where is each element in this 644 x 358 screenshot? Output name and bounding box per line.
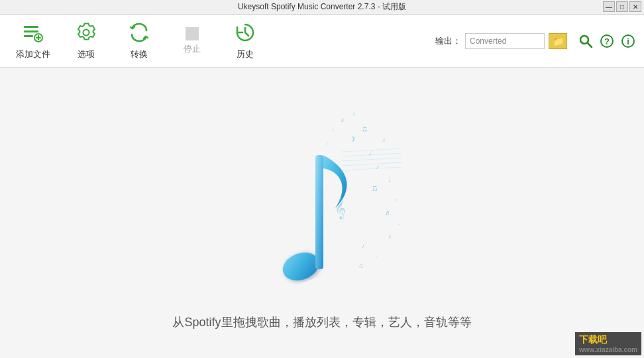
svg-text:♪: ♪: [341, 115, 345, 123]
svg-line-36: [342, 167, 402, 170]
toolbar: 添加文件 选项 转换 停止: [0, 15, 644, 68]
search-button[interactable]: [576, 32, 595, 50]
music-note-svg: ♪ ♩ ♫ ♬ ♪ ♩ ♫ ♪ ♬ ♩ ♪ ♩ ♪ ♫ ♬ ♪ ♩ ♫: [229, 95, 415, 301]
svg-text:𝄞: 𝄞: [334, 197, 347, 221]
output-label: 输出：: [435, 35, 461, 47]
svg-text:♪: ♪: [395, 197, 398, 203]
add-files-button[interactable]: 添加文件: [7, 15, 60, 67]
svg-text:♬: ♬: [325, 141, 329, 146]
svg-text:♪: ♪: [388, 233, 392, 239]
watermark-title: 下载吧: [579, 334, 637, 346]
svg-text:i: i: [627, 36, 629, 46]
svg-rect-13: [315, 155, 323, 269]
convert-icon: [129, 22, 150, 46]
close-button[interactable]: ✕: [629, 1, 641, 12]
svg-text:♩: ♩: [388, 176, 391, 183]
svg-text:♫: ♫: [358, 262, 364, 269]
svg-rect-1: [24, 30, 38, 32]
options-button[interactable]: 选项: [60, 15, 113, 67]
music-illustration: ♪ ♩ ♫ ♬ ♪ ♩ ♫ ♪ ♬ ♩ ♪ ♩ ♪ ♫ ♬ ♪ ♩ ♫: [229, 95, 415, 301]
minimize-button[interactable]: —: [603, 1, 615, 12]
add-files-label: 添加文件: [16, 48, 50, 60]
watermark-url: www.xiazaiba.com: [579, 346, 637, 353]
output-input[interactable]: [465, 33, 545, 49]
stop-icon: [186, 27, 199, 40]
stop-button[interactable]: 停止: [166, 15, 219, 67]
search-icon: [578, 34, 593, 48]
history-icon: [235, 22, 256, 46]
svg-text:♫: ♫: [352, 111, 356, 117]
bottom-text: 从Spotify里拖拽歌曲，播放列表，专辑，艺人，音轨等等: [172, 314, 471, 330]
svg-rect-5: [36, 37, 41, 38]
convert-label: 转换: [131, 48, 148, 60]
svg-text:♪: ♪: [350, 133, 357, 144]
history-button[interactable]: 历史: [219, 15, 272, 67]
convert-button[interactable]: 转换: [113, 15, 166, 67]
add-files-icon: [23, 22, 44, 46]
history-label: 历史: [237, 48, 254, 60]
svg-text:?: ?: [604, 36, 610, 46]
svg-text:♫: ♫: [370, 182, 378, 193]
options-icon: [76, 22, 97, 46]
title-bar: Ukeysoft Spotify Music Converter 2.7.3 -…: [0, 0, 644, 15]
svg-text:♫: ♫: [361, 124, 368, 134]
svg-line-7: [588, 42, 592, 47]
help-button[interactable]: ?: [598, 32, 616, 50]
info-button[interactable]: i: [619, 32, 637, 50]
options-label: 选项: [78, 48, 95, 60]
svg-text:♩: ♩: [375, 254, 377, 259]
toolbar-right-icons: ? i: [576, 32, 637, 50]
svg-text:♬: ♬: [382, 137, 386, 143]
svg-text:♩: ♩: [330, 126, 335, 133]
svg-line-35: [342, 162, 402, 166]
restore-button[interactable]: □: [616, 1, 628, 12]
svg-rect-0: [24, 26, 38, 28]
svg-rect-2: [24, 35, 33, 37]
window-title: Ukeysoft Spotify Music Converter 2.7.3 -…: [238, 1, 406, 13]
folder-icon: 📁: [553, 36, 564, 46]
main-content: ♪ ♩ ♫ ♬ ♪ ♩ ♫ ♪ ♬ ♩ ♪ ♩ ♪ ♫ ♬ ♪ ♩ ♫: [0, 68, 644, 358]
info-icon: i: [621, 34, 635, 48]
watermark: 下载吧 www.xiazaiba.com: [575, 332, 641, 355]
window-controls: — □ ✕: [603, 1, 641, 12]
output-area: 输出： 📁 ? i: [435, 32, 637, 50]
svg-text:♪: ♪: [362, 243, 364, 249]
svg-text:♬: ♬: [385, 209, 390, 216]
folder-button[interactable]: 📁: [549, 33, 567, 49]
help-icon: ?: [600, 34, 614, 48]
svg-text:♩: ♩: [398, 221, 400, 225]
stop-label: 停止: [184, 43, 201, 55]
svg-line-34: [342, 158, 402, 161]
